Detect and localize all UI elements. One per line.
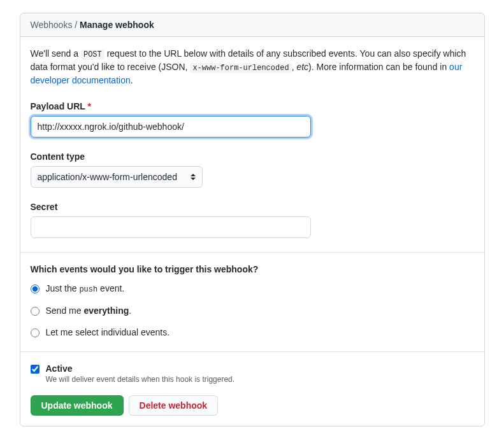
label-strong: everything (83, 306, 129, 316)
intro-code-enc: x-www-form-urlencoded (190, 63, 291, 73)
label-code-push: push (79, 285, 97, 294)
breadcrumb-current: Manage webhook (80, 20, 154, 30)
events-radio-everything[interactable] (31, 307, 40, 316)
label-seg: Just the (46, 283, 80, 293)
events-label-everything[interactable]: Send me everything. (46, 306, 132, 316)
intro-etc: etc (296, 62, 308, 72)
label-seg: Send me (46, 306, 84, 316)
secret-label: Secret (31, 202, 474, 212)
active-label[interactable]: Active (46, 363, 235, 374)
intro-seg: ). More information can be found in (308, 62, 449, 72)
label-text: Payload URL (31, 101, 85, 111)
select-value: application/x-www-form-urlencoded (38, 172, 177, 182)
active-checkbox[interactable] (31, 365, 40, 374)
events-radio-push[interactable] (31, 285, 40, 293)
events-label-individual[interactable]: Let me select individual events. (46, 327, 170, 337)
delete-webhook-button[interactable]: Delete webhook (129, 395, 219, 416)
label-seg: . (129, 306, 131, 316)
events-label-push[interactable]: Just the push event. (46, 283, 125, 294)
intro-seg: . (131, 75, 133, 85)
content-type-select[interactable]: application/x-www-form-urlencoded (31, 166, 203, 188)
panel-header: Webhooks / Manage webhook (20, 13, 484, 37)
events-heading: Which events would you like to trigger t… (31, 264, 474, 274)
intro-text: We'll send a POST request to the URL bel… (31, 47, 474, 87)
content-type-label: Content type (31, 151, 474, 162)
active-description: We will deliver event details when this … (46, 375, 235, 384)
secret-input[interactable] (31, 216, 311, 238)
events-radio-individual[interactable] (31, 328, 40, 337)
breadcrumb-parent: Webhooks / (31, 20, 80, 30)
required-star-icon: * (88, 101, 91, 111)
label-seg: event. (97, 283, 124, 293)
webhook-panel: Webhooks / Manage webhook We'll send a P… (20, 13, 485, 426)
update-webhook-button[interactable]: Update webhook (31, 395, 124, 416)
payload-url-label: Payload URL * (31, 101, 474, 111)
payload-url-input[interactable] (31, 116, 311, 137)
intro-seg: We'll send a (31, 48, 81, 59)
select-caret-icon (191, 174, 196, 180)
divider (20, 351, 484, 352)
intro-code-post: POST (81, 50, 104, 60)
divider (20, 252, 484, 253)
